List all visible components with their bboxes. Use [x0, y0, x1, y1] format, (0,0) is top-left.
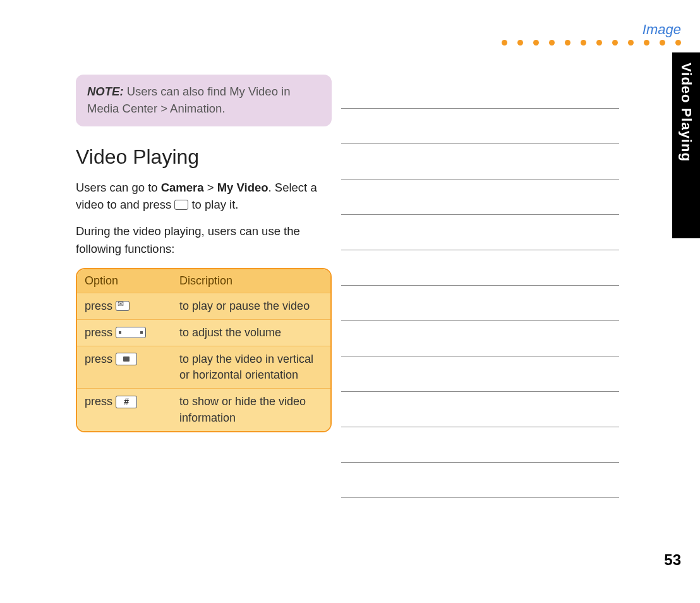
intro-paragraph: Users can go to Camera > My Video. Selec…: [76, 179, 332, 214]
table-row: press #to show or hide the video informa…: [77, 389, 330, 431]
header-dot: [660, 40, 665, 46]
option-prefix: press: [85, 353, 116, 365]
section-title: Video Playing: [76, 145, 332, 169]
ruled-line: [341, 463, 619, 498]
header-dot: [517, 40, 523, 46]
ruled-line: [341, 427, 619, 463]
hash-key-icon: #: [116, 396, 137, 408]
header-category-label: Image: [643, 21, 681, 38]
table-row: press to adjust the volume: [77, 319, 330, 346]
intro-bold-myvideo: My Video: [217, 181, 269, 194]
table-cell-option: press: [77, 293, 172, 319]
envelope-key-icon: [116, 301, 130, 311]
side-tab-text: Video Playing: [678, 63, 694, 162]
table-row: press to play or pause the video: [77, 293, 330, 319]
volume-key-icon: [116, 327, 146, 338]
ruled-line: [341, 250, 619, 286]
note-label: NOTE:: [87, 85, 124, 98]
page-number: 53: [664, 551, 681, 569]
table-cell-option: press #: [77, 389, 172, 431]
option-prefix: press: [85, 395, 116, 408]
header-dot: [565, 40, 570, 46]
table-header-option: Option: [77, 269, 172, 293]
header-dot: [549, 40, 555, 46]
page-root: Image Video Playing 53 NOTE: Users can a…: [0, 0, 700, 603]
table-cell-description: to show or hide the video information: [172, 389, 330, 431]
table-cell-description: to play or pause the video: [172, 293, 330, 319]
table-header-description: Discription: [172, 269, 330, 293]
second-paragraph: During the video playing, users can use …: [76, 222, 332, 258]
table-cell-option: press: [77, 346, 172, 389]
side-tab: Video Playing: [672, 52, 700, 238]
ruled-line: [341, 392, 619, 427]
header-dot: [533, 40, 539, 46]
ruled-line: [341, 144, 619, 180]
header-dot: [502, 40, 507, 46]
camera-key-icon: [116, 353, 137, 365]
table-cell-option: press: [77, 319, 172, 346]
ruled-line: [341, 321, 619, 356]
ruled-line: [341, 180, 619, 215]
table-row: press to play the video in vertical or h…: [77, 346, 330, 389]
intro-gt: >: [204, 181, 217, 194]
table-cell-description: to play the video in vertical or horizon…: [172, 346, 330, 389]
header-dot: [628, 40, 634, 46]
ruled-line: [341, 215, 619, 250]
option-prefix: press: [85, 300, 116, 312]
header-dots-row: [502, 40, 681, 46]
header-dot: [612, 40, 618, 46]
ruled-line: [341, 286, 619, 321]
header-dot: [644, 40, 649, 46]
note-box: NOTE: Users can also find My Video in Me…: [76, 75, 332, 126]
option-prefix: press: [85, 326, 116, 339]
button-key-icon: [174, 200, 188, 210]
header-dot: [581, 40, 586, 46]
ruled-line: [341, 356, 619, 392]
main-content: NOTE: Users can also find My Video in Me…: [76, 75, 332, 432]
intro-bold-camera: Camera: [161, 181, 204, 194]
right-ruled-column: [341, 73, 619, 498]
table-cell-description: to adjust the volume: [172, 319, 330, 346]
header-dot: [675, 40, 681, 46]
header-dot: [596, 40, 602, 46]
intro-prefix: Users can go to: [76, 181, 161, 194]
ruled-line: [341, 109, 619, 144]
options-table: Option Discription press to play or paus…: [76, 268, 332, 432]
intro-suffix: to play it.: [188, 198, 238, 211]
ruled-line: [341, 73, 619, 109]
table-body: press to play or pause the videopress to…: [77, 293, 330, 431]
